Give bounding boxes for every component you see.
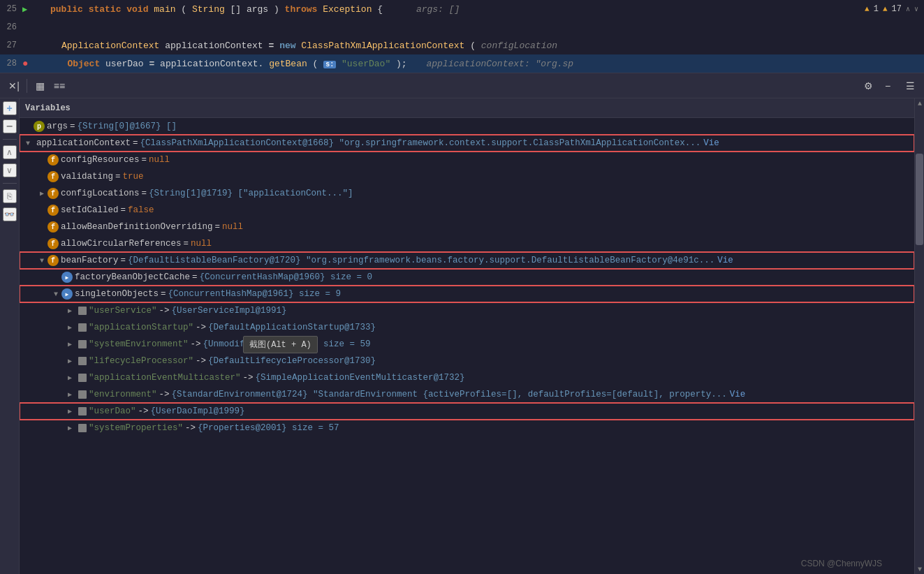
var-name-userdao: "userDao"	[89, 406, 136, 416]
badge-b-fbcache: ▶	[61, 272, 73, 283]
var-val-appevt: {SimpleApplicationEventMulticaster@1732}	[256, 373, 465, 383]
var-name-args: args	[47, 122, 68, 131]
var-row-appctx: ▼ applicationContext = {ClassPathXmlAppl…	[20, 135, 914, 152]
kw-void: void	[126, 4, 148, 15]
method-main: main	[154, 4, 175, 15]
code-content-27: ApplicationContext applicationContext = …	[45, 41, 924, 51]
var-row-configResources: f configResources = null	[20, 152, 914, 168]
up-btn[interactable]: ∧	[3, 145, 17, 159]
screenshot-tooltip: 截图(Alt + A)	[243, 336, 318, 353]
method-getbean: getBean	[269, 59, 307, 69]
scroll-track[interactable]	[915, 108, 924, 564]
breakpoint-icon: ●	[22, 58, 28, 69]
badge-f-validating: f	[47, 171, 59, 182]
gear-btn[interactable]: ⚙	[860, 78, 877, 94]
var-val-environment: {StandardEnvironment@1724} "StandardEnvi…	[172, 390, 727, 399]
scroll-thumb[interactable]	[916, 154, 923, 245]
gear-area: ⚙ −	[860, 78, 896, 94]
var-val-userservice: {UserServiceImpl@1991}	[172, 306, 287, 316]
expand-appevt[interactable]: ▶	[64, 372, 75, 383]
expand-environment[interactable]: ▶	[64, 389, 75, 400]
variables-label: Variables	[25, 103, 71, 113]
play-icon[interactable]: ▶	[22, 4, 34, 15]
expand-userservice[interactable]: ▶	[64, 305, 75, 316]
icon-environment	[78, 390, 87, 399]
kw-new: new	[279, 41, 295, 51]
var-name-beanfactory: beanFactory	[61, 256, 119, 265]
kw-throws: throws	[285, 4, 318, 15]
list-tool-btn[interactable]: ≡≡	[51, 78, 68, 94]
var-name-environment: "environment"	[89, 390, 157, 399]
var-name-fbcache: factoryBeanObjectCache	[75, 272, 190, 282]
var-row-allowBeanDef: f allowBeanDefinitionOverriding = null	[20, 219, 914, 235]
link-appctx[interactable]: Vie	[703, 138, 719, 148]
variables-header: Variables	[20, 98, 914, 118]
inline-badge-s: s:	[323, 61, 336, 68]
var-val-appctx: {ClassPathXmlApplicationContext@1668} "o…	[140, 138, 701, 148]
var-val-userdao: {UserDaoImpl@1999}	[151, 406, 245, 416]
var-row-systemProps: ▶ "systemProperties" -> {Properties@2001…	[20, 420, 914, 436]
warning-area: ▲1 ▲17 ∧ ∨	[859, 4, 924, 14]
right-menu-btn[interactable]: ☰	[902, 78, 918, 94]
var-val-allowcirc: null	[191, 239, 212, 249]
icon-userservice	[78, 307, 87, 315]
code-area: 25 ▶ public static void main ( String []…	[0, 0, 924, 73]
code-line-27: 27 ApplicationContext applicationContext…	[0, 36, 924, 54]
expand-appctx[interactable]: ▼	[22, 138, 34, 149]
minus-btn[interactable]: −	[879, 78, 896, 94]
kw-static: static	[89, 4, 122, 15]
variables-content[interactable]: p args = {String[0]@1667} [] ▼ applicati…	[20, 118, 914, 574]
add-watch-btn[interactable]: +	[3, 101, 17, 115]
var-name-allowcirc: allowCircularReferences	[61, 239, 182, 249]
expand-sysprops[interactable]: ▶	[64, 422, 75, 434]
expand-lifecycle[interactable]: ▶	[64, 355, 75, 367]
scroll-up-btn[interactable]: ∧	[906, 5, 910, 13]
link-beanfactory[interactable]: Vie	[717, 256, 733, 265]
var-val-args: {String[0]@1667} []	[78, 122, 177, 131]
scroll-up-arrow[interactable]: ▲	[915, 98, 924, 108]
var-name-sysprops: "systemProperties"	[89, 423, 183, 433]
link-environment[interactable]: Vie	[730, 390, 746, 399]
icon-sysenv	[78, 340, 87, 348]
expand-appstartup[interactable]: ▶	[64, 322, 75, 333]
main-container: 25 ▶ public static void main ( String []…	[0, 0, 924, 574]
var-name-allowbean: allowBeanDefinitionOverriding	[61, 222, 213, 232]
var-row-environment: ▶ "environment" -> {StandardEnvironment@…	[20, 386, 914, 403]
cursor-tool-btn[interactable]: ✕|	[6, 78, 22, 94]
warn-triangle-1: ▲	[865, 5, 870, 13]
var-name-validating: validating	[61, 172, 113, 182]
side-buttons: + − ∧ ∨ ⎘ 👓	[1, 98, 18, 224]
var-name-configloc: configLocations	[61, 189, 140, 198]
down-btn[interactable]: ∨	[3, 163, 17, 177]
expand-sysenv[interactable]: ▶	[64, 339, 75, 350]
var-row-setIdCalled: f setIdCalled = false	[20, 202, 914, 219]
right-scrollbar[interactable]: ▲ ▼	[914, 98, 924, 574]
scroll-down-arrow[interactable]: ▼	[915, 564, 924, 574]
expand-userdao[interactable]: ▶	[64, 406, 75, 417]
var-row-validating: f validating = true	[20, 168, 914, 185]
expand-beanfactory[interactable]: ▼	[36, 255, 47, 266]
line-num-27: 27	[3, 41, 22, 50]
var-val-configres: null	[149, 155, 170, 165]
grid-tool-btn[interactable]: ▦	[31, 78, 48, 94]
copy-btn[interactable]: ⎘	[3, 189, 17, 203]
var-row-appStartup: ▶ "applicationStartup" -> {DefaultApplic…	[20, 319, 914, 336]
var-name-appevt: "applicationEventMulticaster"	[89, 373, 241, 383]
expand-singleton[interactable]: ▼	[50, 288, 61, 300]
content-area: + − ∧ ∨ ⎘ 👓 Variables p args	[0, 98, 924, 574]
main-content: Variables p args = {String[0]@1667} [] ▼…	[20, 98, 914, 574]
line-num-28: 28	[3, 59, 22, 68]
glasses-btn[interactable]: 👓	[3, 207, 17, 221]
kw-object: Object	[67, 59, 100, 69]
code-line-28: 28 ● Object userDao = applicationContext…	[0, 54, 924, 73]
expand-configloc[interactable]: ▶	[36, 188, 47, 199]
var-name-appctx: applicationContext	[36, 138, 131, 148]
icon-appstartup	[78, 323, 87, 332]
var-name-singleton: singletonObjects	[75, 289, 159, 299]
var-val-lifecycle: {DefaultLifecycleProcessor@1730}	[208, 356, 376, 366]
var-val-singleton: {ConcurrentHashMap@1961} size = 9	[168, 289, 342, 299]
scroll-down-btn[interactable]: ∨	[914, 5, 918, 13]
watermark: CSDN @ChennyWJS	[801, 559, 882, 568]
badge-f-allowcirc: f	[47, 238, 59, 249]
remove-watch-btn[interactable]: −	[3, 119, 17, 133]
